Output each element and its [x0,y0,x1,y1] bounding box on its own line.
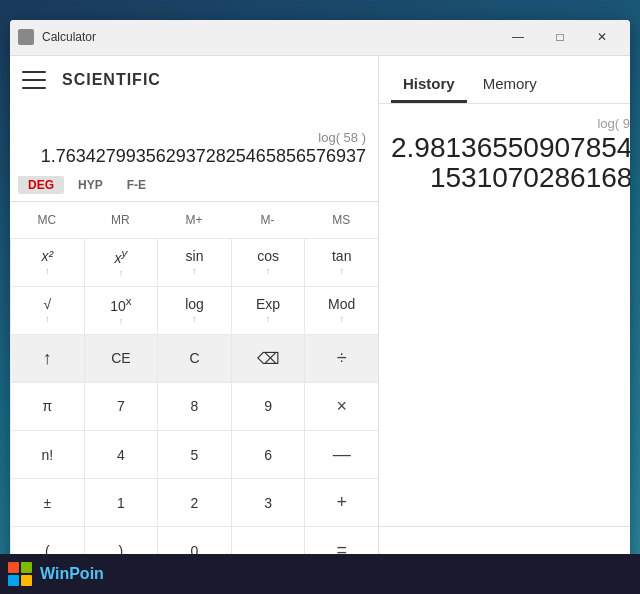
window-title: Calculator [42,30,498,44]
btn-row-log: √↑ 10x↑ log↑ Exp↑ Mod↑ [10,286,378,334]
calculator-panel: SCIENTIFIC log( 58 ) 1.76342799356293728… [10,56,378,575]
btn-row-trig: x²↑ xy↑ sin↑ cos↑ tan↑ [10,238,378,286]
btn-xy[interactable]: xy↑ [84,238,158,286]
btn-exp[interactable]: Exp↑ [231,286,305,334]
display-expression: log( 58 ) [22,130,366,145]
history-expression: log( 958 ) = [391,116,630,131]
mem-mr[interactable]: MR [84,202,158,238]
btn-divide[interactable]: ÷ [304,334,378,382]
btn-4[interactable]: 4 [84,430,158,478]
btn-row-456: n! 4 5 6 — [10,430,378,478]
btn-sin[interactable]: sin↑ [157,238,231,286]
hamburger-line-2 [22,79,46,81]
hamburger-menu[interactable] [22,71,46,89]
brand-pre: Win [40,565,69,582]
btn-pi[interactable]: π [10,382,84,430]
taskbar: WinPoin [0,554,640,594]
btn-1[interactable]: 1 [84,478,158,526]
btn-9[interactable]: 9 [231,382,305,430]
history-result: 2.9813655090785444153107028616868 [391,133,630,195]
calculator-window: Calculator — □ ✕ SCIENTIFIC log( 58 ) 1 [10,20,630,575]
btn-6[interactable]: 6 [231,430,305,478]
calc-header: SCIENTIFIC [10,56,378,104]
calc-display: log( 58 ) 1.7634279935629372825465856576… [10,104,378,169]
btn-5[interactable]: 5 [157,430,231,478]
app-icon [18,29,34,45]
win-sq-red [8,562,19,573]
btn-8[interactable]: 8 [157,382,231,430]
history-content: log( 958 ) = 2.9813655090785444153107028… [379,104,630,526]
btn-add[interactable]: + [304,478,378,526]
btn-ce[interactable]: CE [84,334,158,382]
win-sq-blue [8,575,19,586]
btn-7[interactable]: 7 [84,382,158,430]
btn-log[interactable]: log↑ [157,286,231,334]
btn-x2[interactable]: x²↑ [10,238,84,286]
history-tabs: History Memory [379,56,630,104]
maximize-button[interactable]: □ [540,23,580,51]
btn-tan[interactable]: tan↑ [304,238,378,286]
mem-mminus[interactable]: M- [231,202,305,238]
btn-shift[interactable]: ↑ [10,334,84,382]
btn-row-123: ± 1 2 3 + [10,478,378,526]
brand-highlight: Poin [69,565,104,582]
main-content: SCIENTIFIC log( 58 ) 1.76342799356293728… [10,56,630,575]
btn-10x[interactable]: 10x↑ [84,286,158,334]
mem-mc[interactable]: MC [10,202,84,238]
tab-history[interactable]: History [391,67,467,103]
taskbar-logo: WinPoin [8,562,104,586]
display-value: 1.7634279935629372825465856576937 [22,147,366,167]
calc-buttons: x²↑ xy↑ sin↑ cos↑ tan↑ √↑ 10x↑ log↑ Exp↑… [10,238,378,575]
btn-multiply[interactable]: × [304,382,378,430]
mode-hyp[interactable]: HYP [68,176,113,194]
btn-3[interactable]: 3 [231,478,305,526]
btn-cos[interactable]: cos↑ [231,238,305,286]
btn-row-789: π 7 8 9 × [10,382,378,430]
brand-name: WinPoin [40,565,104,583]
hamburger-line-1 [22,71,46,73]
btn-2[interactable]: 2 [157,478,231,526]
btn-row-clear: ↑ CE C ⌫ ÷ [10,334,378,382]
history-entry: log( 958 ) = 2.9813655090785444153107028… [391,116,630,195]
close-button[interactable]: ✕ [582,23,622,51]
win-sq-green [21,562,32,573]
mem-ms[interactable]: MS [304,202,378,238]
minimize-button[interactable]: — [498,23,538,51]
btn-subtract[interactable]: — [304,430,378,478]
memory-row: MC MR M+ M- MS [10,201,378,238]
btn-mod[interactable]: Mod↑ [304,286,378,334]
btn-backspace[interactable]: ⌫ [231,334,305,382]
window-controls: — □ ✕ [498,23,622,51]
btn-plusminus[interactable]: ± [10,478,84,526]
title-bar: Calculator — □ ✕ [10,20,630,56]
mode-deg[interactable]: DEG [18,176,64,194]
hamburger-line-3 [22,87,46,89]
mem-mplus[interactable]: M+ [157,202,231,238]
btn-sqrt[interactable]: √↑ [10,286,84,334]
windows-logo [8,562,32,586]
mode-buttons: DEG HYP F-E [10,169,378,201]
btn-factorial[interactable]: n! [10,430,84,478]
mode-fe[interactable]: F-E [117,176,156,194]
history-panel: History Memory log( 958 ) = 2.9813655090… [378,56,630,575]
tab-memory[interactable]: Memory [471,67,549,103]
win-sq-yellow [21,575,32,586]
calc-mode-title: SCIENTIFIC [62,71,161,89]
btn-c[interactable]: C [157,334,231,382]
